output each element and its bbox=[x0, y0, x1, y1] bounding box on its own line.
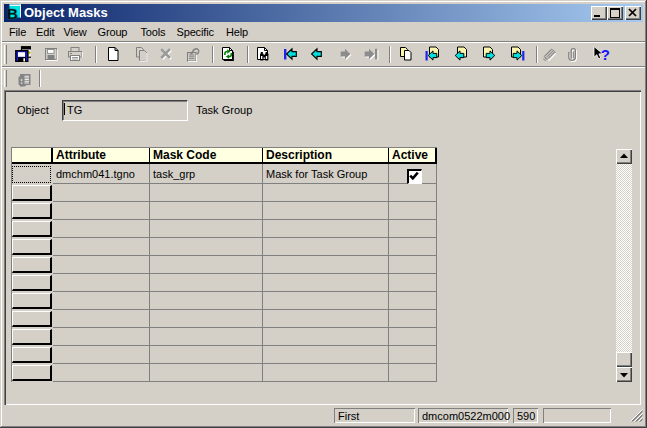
svg-text:B: B bbox=[7, 5, 18, 22]
svg-text:?: ? bbox=[601, 46, 610, 62]
